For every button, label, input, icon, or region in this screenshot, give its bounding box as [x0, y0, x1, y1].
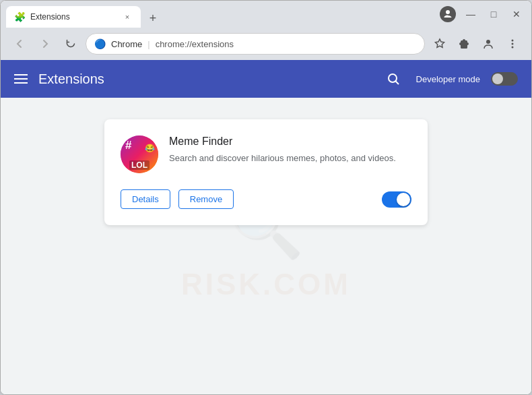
header-search-button[interactable]: [381, 67, 405, 91]
extension-icon: # LOL 😂: [121, 135, 158, 173]
developer-mode-toggle[interactable]: [491, 72, 518, 86]
svg-line-5: [395, 82, 399, 85]
ext-icon-emoji: 😂: [145, 144, 155, 153]
minimize-button[interactable]: —: [461, 5, 480, 24]
extensions-header: Extensions Developer mode: [1, 60, 531, 98]
extension-info: Meme Finder Search and discover hilariou…: [169, 135, 411, 165]
svg-point-1: [512, 40, 514, 42]
extensions-button[interactable]: [453, 33, 475, 55]
svg-point-2: [512, 43, 514, 45]
extensions-page-title: Extensions: [38, 71, 370, 87]
ext-icon-hash: #: [125, 139, 131, 152]
forward-button[interactable]: [34, 33, 56, 55]
extension-card: # LOL 😂 Meme Finder Search and discover …: [104, 119, 428, 225]
profile-button[interactable]: [477, 33, 499, 55]
extension-toggle-knob: [397, 193, 410, 206]
watermark-text: RISK.COM: [181, 268, 351, 301]
toolbar-actions: [429, 33, 523, 55]
address-separator: |: [147, 39, 149, 49]
hamburger-line-2: [14, 78, 28, 80]
tab-favicon-icon: 🧩: [14, 11, 25, 22]
extension-card-header: # LOL 😂 Meme Finder Search and discover …: [121, 135, 411, 173]
extension-card-footer: Details Remove: [121, 189, 411, 209]
svg-point-4: [389, 74, 397, 82]
close-button[interactable]: ✕: [507, 5, 526, 24]
tab-close-button[interactable]: ×: [122, 11, 133, 22]
active-tab[interactable]: 🧩 Extensions ×: [6, 6, 141, 28]
toolbar: 🔵 Chrome | chrome://extensions: [1, 28, 531, 60]
svg-point-3: [512, 47, 514, 49]
browser-window: 🧩 Extensions × + — □ ✕: [0, 0, 532, 395]
address-url: chrome://extensions: [156, 39, 234, 49]
extension-description: Search and discover hilarious memes, pho…: [169, 152, 411, 165]
new-tab-button[interactable]: +: [143, 9, 162, 28]
menu-button[interactable]: [502, 33, 523, 55]
tab-area: 🧩 Extensions × +: [6, 1, 440, 28]
remove-button[interactable]: Remove: [178, 189, 234, 209]
back-button[interactable]: [9, 33, 30, 55]
main-content: 🔍 RISK.COM # LOL 😂 Meme Finder Search an…: [1, 98, 531, 394]
hamburger-menu-button[interactable]: [14, 74, 28, 84]
title-bar: 🧩 Extensions × + — □ ✕: [1, 1, 531, 28]
extension-enable-toggle[interactable]: [382, 191, 411, 208]
reload-button[interactable]: [60, 33, 81, 55]
ext-icon-lol: LOL: [129, 160, 149, 170]
details-button[interactable]: Details: [121, 189, 170, 209]
address-security-icon: 🔵: [94, 38, 106, 49]
toggle-knob: [492, 73, 503, 84]
developer-mode-label: Developer mode: [416, 74, 480, 84]
address-brand: Chrome: [111, 39, 142, 49]
window-controls: — □ ✕: [461, 5, 526, 24]
bookmark-button[interactable]: [429, 33, 451, 55]
svg-point-0: [486, 40, 490, 44]
hamburger-line-1: [14, 74, 28, 75]
profile-dropdown-icon[interactable]: [440, 6, 456, 22]
address-bar[interactable]: 🔵 Chrome | chrome://extensions: [86, 33, 425, 55]
tab-title: Extensions: [30, 12, 117, 22]
hamburger-line-3: [14, 82, 28, 84]
maximize-button[interactable]: □: [484, 5, 503, 24]
extension-name: Meme Finder: [169, 135, 411, 148]
